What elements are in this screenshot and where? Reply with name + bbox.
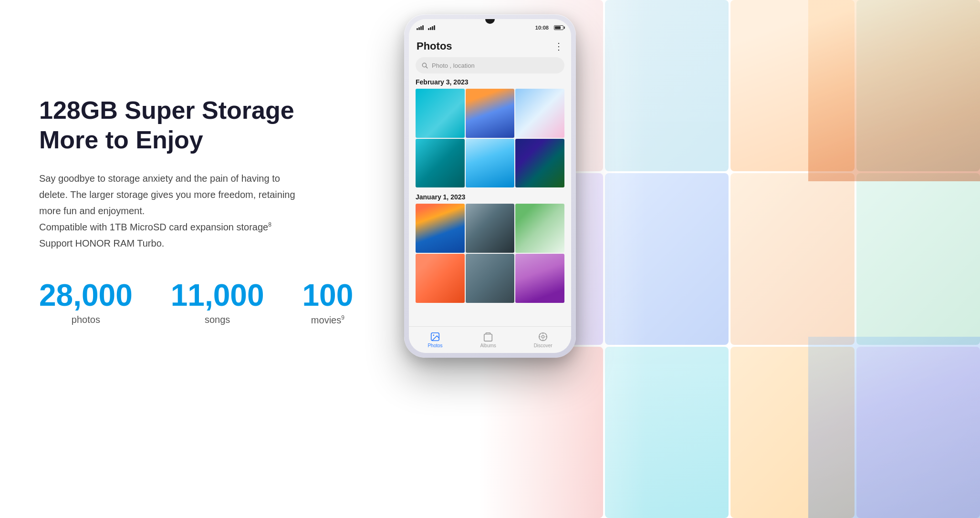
search-icon — [421, 62, 428, 69]
signal-bars-2-icon — [428, 25, 435, 30]
albums-nav-label: Albums — [480, 343, 496, 348]
stat-photos-label: photos — [72, 314, 100, 325]
battery-icon — [554, 25, 563, 30]
photos-app-header: Photos ⋮ — [409, 36, 571, 55]
phone-screen: 10:08 Photos ⋮ — [409, 19, 571, 353]
stats-row: 28,000 photos 11,000 songs 100 movies9 — [39, 280, 335, 326]
signal-area — [417, 25, 435, 31]
phone-status-bar: 10:08 — [409, 19, 571, 36]
date-section-february: February 3, 2023 — [416, 78, 564, 187]
stat-photos-number: 28,000 — [39, 280, 133, 311]
app-title: Photos — [417, 40, 452, 52]
stat-photos: 28,000 photos — [39, 280, 133, 325]
more-options-button[interactable]: ⋮ — [554, 41, 563, 52]
stat-movies: 100 movies9 — [302, 280, 354, 326]
left-content-section: 128GB Super Storage More to Enjoy Say go… — [39, 95, 335, 325]
photo-item[interactable] — [466, 89, 515, 138]
clock-display: 10:08 — [535, 25, 549, 31]
stat-songs: 11,000 songs — [171, 280, 264, 325]
photos-scroll-area: February 3, 2023 January 1, 2023 — [409, 78, 571, 326]
stat-movies-label: movies9 — [311, 314, 344, 326]
albums-nav-icon — [483, 332, 493, 342]
discover-nav-icon — [538, 332, 548, 342]
svg-point-6 — [542, 335, 544, 338]
photos-nav-icon — [430, 332, 440, 342]
date-section-january: January 1, 2023 — [416, 193, 564, 302]
nav-item-discover[interactable]: Discover — [534, 332, 553, 348]
photo-item[interactable] — [515, 139, 564, 188]
photo-item[interactable] — [515, 89, 564, 138]
photo-item[interactable] — [416, 139, 465, 188]
date-label-february: February 3, 2023 — [416, 78, 564, 86]
search-placeholder-text: Photo , location — [432, 62, 475, 69]
photo-grid-january — [416, 204, 564, 302]
phone-outer-shell: 10:08 Photos ⋮ — [404, 14, 576, 358]
search-bar[interactable]: Photo , location — [416, 57, 564, 73]
photo-item[interactable] — [466, 254, 515, 303]
phone-mockup: 10:08 Photos ⋮ — [404, 14, 576, 358]
nav-item-photos[interactable]: Photos — [427, 332, 442, 348]
svg-rect-4 — [484, 334, 492, 342]
photo-item[interactable] — [416, 254, 465, 303]
discover-nav-label: Discover — [534, 343, 553, 348]
photos-nav-label: Photos — [427, 343, 442, 348]
main-title: 128GB Super Storage More to Enjoy — [39, 95, 335, 155]
stat-movies-number: 100 — [302, 280, 354, 311]
signal-bars-icon — [417, 25, 424, 30]
svg-line-1 — [426, 67, 427, 68]
photo-item[interactable] — [515, 254, 564, 303]
bottom-navigation: Photos Albums — [409, 326, 571, 353]
svg-point-3 — [433, 334, 434, 336]
description-text: Say goodbye to storage anxiety and the p… — [39, 170, 335, 251]
stat-songs-label: songs — [205, 314, 230, 325]
photo-item[interactable] — [416, 204, 465, 253]
stat-songs-number: 11,000 — [171, 280, 264, 311]
date-label-january: January 1, 2023 — [416, 193, 564, 201]
photo-item[interactable] — [466, 139, 515, 188]
nav-item-albums[interactable]: Albums — [480, 332, 496, 348]
status-right-area: 10:08 — [535, 25, 563, 31]
photos-app-screen: Photos ⋮ Photo , location February 3, 20… — [409, 36, 571, 353]
photo-item[interactable] — [466, 204, 515, 253]
photo-item[interactable] — [416, 89, 465, 138]
phone-notch — [485, 19, 495, 24]
photo-item[interactable] — [515, 204, 564, 253]
photo-grid-february — [416, 89, 564, 187]
